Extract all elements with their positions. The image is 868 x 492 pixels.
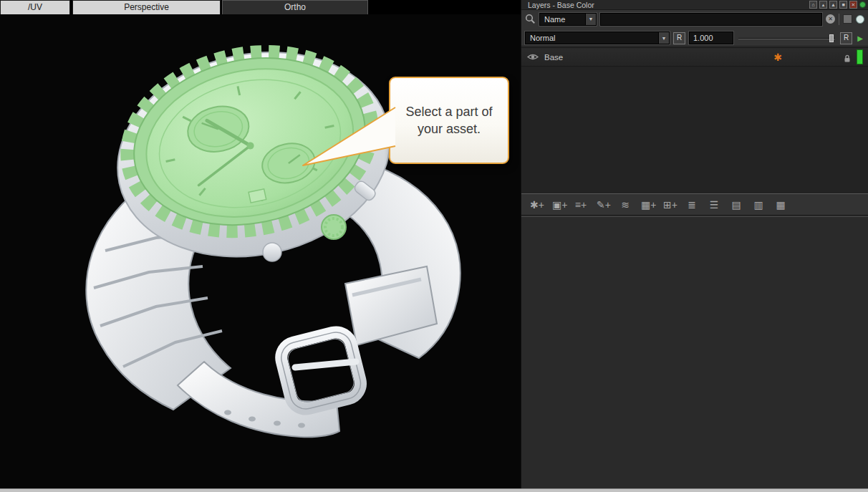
slider-track bbox=[738, 38, 835, 39]
add-group-icon[interactable]: ⊞+ bbox=[663, 198, 676, 211]
watch-strap-tail[interactable] bbox=[178, 362, 339, 437]
panel-window-controls: ⌂ ▴ ▲ ■ ✕ bbox=[809, 1, 866, 9]
layers-panel: Layers - Base Color ⌂ ▴ ▲ ■ ✕ Name ▼ ✕ bbox=[521, 0, 868, 492]
merge-layers-icon[interactable]: ≣ bbox=[685, 198, 698, 211]
search-icon bbox=[525, 14, 536, 24]
watch-buckle-prong bbox=[295, 362, 356, 367]
app-window: /UV Perspective Ortho bbox=[0, 0, 868, 492]
layer-filter-row: Name ▼ ✕ bbox=[521, 11, 868, 27]
duplicate-layer-icon[interactable]: ▤ bbox=[730, 198, 743, 211]
share-layer-icon[interactable]: ▥ bbox=[752, 198, 765, 211]
panel-home-icon[interactable]: ⌂ bbox=[809, 1, 817, 9]
panel-float-icon[interactable]: ▲ bbox=[829, 1, 837, 9]
divider bbox=[839, 14, 839, 25]
current-layer-indicator[interactable] bbox=[857, 49, 863, 64]
tab-ortho[interactable]: Ortho bbox=[222, 0, 368, 14]
horizontal-scrollbar[interactable] bbox=[0, 488, 868, 492]
panel-close-icon[interactable]: ✕ bbox=[849, 1, 857, 9]
layer-amount-slider[interactable] bbox=[737, 32, 836, 44]
chevron-down-icon[interactable]: ▼ bbox=[658, 32, 669, 44]
reset-amount-button[interactable]: R bbox=[840, 32, 852, 44]
tooltip-text-line2: your asset. bbox=[418, 120, 481, 138]
tab-perspective[interactable]: Perspective bbox=[72, 0, 221, 14]
filter-toggle-circle[interactable] bbox=[856, 15, 864, 24]
layer-list: Base ✱ bbox=[521, 47, 868, 193]
filter-by-combo[interactable]: Name ▼ bbox=[539, 13, 597, 26]
chevron-down-icon[interactable]: ▼ bbox=[585, 14, 596, 25]
watch-model[interactable] bbox=[0, 0, 521, 492]
add-paint-layer-icon[interactable]: ✱+ bbox=[530, 198, 543, 211]
tab-uv[interactable]: /UV bbox=[0, 0, 70, 14]
tooltip-text-line1: Select a part of bbox=[405, 103, 492, 120]
watch-pusher-bottom[interactable] bbox=[263, 243, 281, 261]
reset-blend-button[interactable]: R bbox=[673, 32, 685, 44]
layer-grid-icon[interactable]: ▦ bbox=[774, 198, 787, 211]
flatten-layers-icon[interactable]: ☰ bbox=[708, 198, 720, 211]
add-graph-layer-icon[interactable]: ≋ bbox=[619, 198, 632, 211]
clear-filter-icon[interactable]: ✕ bbox=[826, 14, 835, 24]
color-swatch-button[interactable] bbox=[843, 14, 852, 24]
panel-status-dot bbox=[859, 1, 866, 8]
layer-filter-input[interactable] bbox=[600, 13, 822, 26]
blend-mode-row: Normal ▼ R R ▶ bbox=[521, 30, 868, 47]
lock-icon[interactable] bbox=[844, 53, 851, 66]
viewport-3d[interactable]: /UV Perspective Ortho bbox=[0, 0, 521, 492]
layer-amount-field[interactable] bbox=[689, 32, 733, 44]
layer-row-base[interactable]: Base ✱ bbox=[521, 48, 868, 67]
panel-maximize-icon[interactable]: ■ bbox=[839, 1, 847, 9]
add-adjustment-layer-icon[interactable]: ✎+ bbox=[597, 198, 609, 211]
visibility-eye-icon[interactable] bbox=[527, 53, 539, 61]
viewport-tab-bar: /UV Perspective Ortho bbox=[0, 0, 521, 14]
panel-collapse-icon[interactable]: ▴ bbox=[819, 1, 827, 9]
play-arrow-icon[interactable]: ▶ bbox=[856, 34, 864, 42]
layer-name: Base bbox=[544, 53, 563, 62]
layers-panel-header: Layers - Base Color ⌂ ▴ ▲ ■ ✕ bbox=[521, 0, 868, 10]
blend-mode-value: Normal bbox=[526, 34, 658, 42]
slider-handle[interactable] bbox=[829, 34, 834, 42]
filter-by-value: Name bbox=[540, 15, 585, 24]
layer-toolbar: ✱+ ▣+ ≡+ ✎+ ≋ ▦+ ⊞+ ≣ ☰ ▤ ▥ ▦ bbox=[521, 193, 868, 216]
blend-mode-combo[interactable]: Normal ▼ bbox=[525, 32, 670, 44]
watch-buckle[interactable] bbox=[278, 329, 364, 412]
panel-empty-area bbox=[521, 216, 868, 492]
add-channel-layer-icon[interactable]: ≡+ bbox=[574, 198, 587, 211]
layers-panel-title: Layers - Base Color bbox=[528, 1, 594, 9]
paint-layer-type-icon: ✱ bbox=[773, 52, 782, 63]
tooltip-callout: Select a part of your asset. bbox=[389, 77, 509, 164]
add-tiled-layer-icon[interactable]: ▦+ bbox=[641, 198, 654, 211]
add-procedural-layer-icon[interactable]: ▣+ bbox=[552, 198, 565, 211]
